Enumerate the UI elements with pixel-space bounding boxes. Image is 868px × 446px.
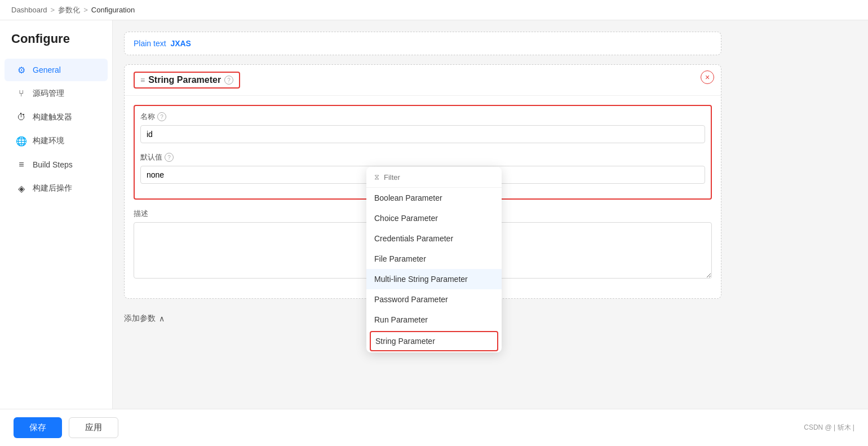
- plain-text-label: Plain text: [134, 39, 168, 48]
- breadcrumb-sep-1: >: [51, 6, 55, 14]
- dropdown-item-multiline[interactable]: Multi-line String Parameter: [366, 269, 502, 289]
- gear-icon: ⚙: [16, 64, 27, 76]
- footer-text: CSDN @ | 斩木 |: [804, 423, 854, 432]
- dropdown-item-credentials[interactable]: Credentials Parameter: [366, 228, 502, 249]
- save-button[interactable]: 保存: [14, 417, 62, 438]
- filter-input[interactable]: [384, 173, 494, 182]
- source-icon: ⑂: [16, 88, 27, 99]
- breadcrumb-sep-2: >: [83, 6, 88, 14]
- sidebar-item-source[interactable]: ⑂ 源码管理: [5, 82, 108, 105]
- dropdown-filter: ⧖: [366, 167, 502, 188]
- param-header: ≡ String Parameter ?: [125, 65, 721, 96]
- dropdown-wrapper: ⧖ Boolean Parameter Choice Parameter Cre…: [366, 167, 502, 352]
- sidebar-item-trigger[interactable]: ⏱ 构建触发器: [5, 106, 108, 129]
- main-area: Configure ⚙ General ⑂ 源码管理 ⏱ 构建触发器 🌐 构建环…: [0, 20, 868, 409]
- param-help-icon[interactable]: ?: [224, 76, 233, 85]
- sidebar-item-label-trigger: 构建触发器: [33, 112, 72, 122]
- name-field-group: 名称 ?: [140, 112, 705, 143]
- dropdown-item-boolean[interactable]: Boolean Parameter: [366, 188, 502, 208]
- sidebar-item-label-steps: Build Steps: [33, 160, 73, 169]
- breadcrumb-dashboard[interactable]: Dashboard: [11, 6, 47, 14]
- content-area: Plain text JXAS ≡ String Parameter ? ×: [113, 20, 868, 409]
- post-build-icon: ◈: [16, 183, 27, 194]
- chevron-up-icon: ∧: [159, 314, 165, 323]
- sidebar-item-env[interactable]: 🌐 构建环境: [5, 130, 108, 152]
- drag-icon: ≡: [140, 76, 145, 85]
- trigger-icon: ⏱: [16, 112, 27, 123]
- top-partial-card: Plain text JXAS: [124, 32, 721, 55]
- sidebar-item-label-post: 构建后操作: [33, 183, 72, 193]
- breadcrumb-params[interactable]: 参数化: [58, 5, 80, 15]
- dropdown-menu: ⧖ Boolean Parameter Choice Parameter Cre…: [366, 167, 502, 352]
- plain-text-value: JXAS: [170, 39, 191, 48]
- bottom-bar: 保存 应用 CSDN @ | 斩木 |: [0, 409, 868, 446]
- param-header-inner: ≡ String Parameter ?: [134, 72, 240, 89]
- sidebar: Configure ⚙ General ⑂ 源码管理 ⏱ 构建触发器 🌐 构建环…: [0, 20, 113, 409]
- filter-icon: ⧖: [374, 173, 379, 182]
- sidebar-title: Configure: [0, 32, 112, 58]
- env-icon: 🌐: [16, 135, 27, 147]
- breadcrumb-config: Configuration: [91, 6, 135, 14]
- dropdown-item-string[interactable]: String Parameter: [370, 331, 498, 351]
- sidebar-item-general[interactable]: ⚙ General: [5, 59, 108, 81]
- sidebar-item-post-build[interactable]: ◈ 构建后操作: [5, 177, 108, 200]
- default-label: 默认值 ?: [140, 152, 705, 162]
- add-param-label: 添加参数: [124, 313, 156, 324]
- bottom-buttons: 保存 应用: [14, 417, 118, 438]
- name-input[interactable]: [140, 125, 705, 143]
- sidebar-item-label-general: General: [33, 65, 61, 74]
- config-area: Plain text JXAS ≡ String Parameter ? ×: [113, 20, 733, 341]
- breadcrumb-bar: Dashboard > 参数化 > Configuration: [0, 0, 868, 20]
- sidebar-item-label-source: 源码管理: [33, 89, 64, 99]
- name-label: 名称 ?: [140, 112, 705, 122]
- dropdown-item-file[interactable]: File Parameter: [366, 249, 502, 269]
- app-layout: Dashboard > 参数化 > Configuration Configur…: [0, 0, 868, 446]
- name-help-icon[interactable]: ?: [157, 112, 166, 121]
- apply-button[interactable]: 应用: [69, 417, 118, 438]
- dropdown-item-choice[interactable]: Choice Parameter: [366, 208, 502, 228]
- close-button[interactable]: ×: [701, 70, 714, 84]
- param-title: String Parameter: [148, 75, 221, 85]
- sidebar-item-build-steps[interactable]: ≡ Build Steps: [5, 153, 108, 176]
- default-help-icon[interactable]: ?: [165, 153, 174, 162]
- dropdown-item-password[interactable]: Password Parameter: [366, 289, 502, 310]
- sidebar-item-label-env: 构建环境: [33, 136, 64, 146]
- steps-icon: ≡: [16, 159, 27, 170]
- dropdown-item-run[interactable]: Run Parameter: [366, 310, 502, 330]
